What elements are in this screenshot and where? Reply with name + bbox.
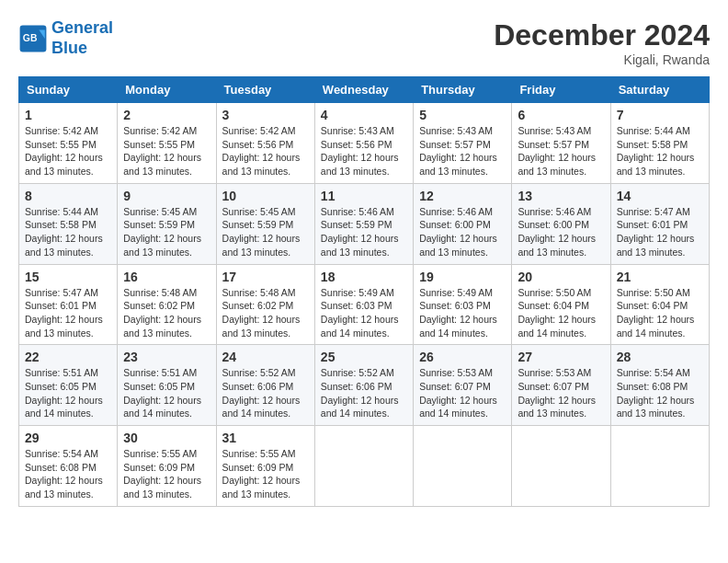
day-number: 29 <box>25 431 111 445</box>
day-info: Sunrise: 5:44 AM Sunset: 5:58 PM Dayligh… <box>617 124 703 178</box>
day-info: Sunrise: 5:53 AM Sunset: 6:07 PM Dayligh… <box>419 366 506 420</box>
day-number: 20 <box>518 270 604 284</box>
day-info: Sunrise: 5:49 AM Sunset: 6:03 PM Dayligh… <box>321 286 407 340</box>
svg-text:GB: GB <box>23 33 38 43</box>
title-block: December 2024 Kigali, Rwanda <box>494 18 710 67</box>
day-number: 4 <box>321 108 407 122</box>
day-number: 11 <box>321 189 407 203</box>
calendar-cell: 20 Sunrise: 5:50 AM Sunset: 6:04 PM Dayl… <box>512 264 610 345</box>
day-number: 27 <box>518 350 604 364</box>
day-info: Sunrise: 5:43 AM Sunset: 5:57 PM Dayligh… <box>419 124 506 178</box>
logo-icon: GB <box>18 24 48 53</box>
calendar-cell: 6 Sunrise: 5:43 AM Sunset: 5:57 PM Dayli… <box>512 103 610 184</box>
calendar-cell: 31 Sunrise: 5:55 AM Sunset: 6:09 PM Dayl… <box>216 426 314 507</box>
calendar-cell: 7 Sunrise: 5:44 AM Sunset: 5:58 PM Dayli… <box>610 103 709 184</box>
calendar-cell: 12 Sunrise: 5:46 AM Sunset: 6:00 PM Dayl… <box>414 183 512 264</box>
day-number: 13 <box>518 189 604 203</box>
calendar-week-1: 1 Sunrise: 5:42 AM Sunset: 5:55 PM Dayli… <box>19 103 710 184</box>
day-number: 18 <box>321 270 407 284</box>
calendar-cell: 8 Sunrise: 5:44 AM Sunset: 5:58 PM Dayli… <box>19 183 118 264</box>
day-info: Sunrise: 5:46 AM Sunset: 6:00 PM Dayligh… <box>518 205 604 259</box>
day-number: 24 <box>222 350 309 364</box>
day-info: Sunrise: 5:43 AM Sunset: 5:57 PM Dayligh… <box>518 124 604 178</box>
day-header-wednesday: Wednesday <box>314 77 413 103</box>
day-info: Sunrise: 5:44 AM Sunset: 5:58 PM Dayligh… <box>25 205 111 259</box>
day-info: Sunrise: 5:51 AM Sunset: 6:05 PM Dayligh… <box>123 366 210 420</box>
day-header-saturday: Saturday <box>610 77 709 103</box>
calendar-cell: 10 Sunrise: 5:45 AM Sunset: 5:59 PM Dayl… <box>216 183 314 264</box>
calendar-cell: 24 Sunrise: 5:52 AM Sunset: 6:06 PM Dayl… <box>216 345 314 426</box>
day-info: Sunrise: 5:50 AM Sunset: 6:04 PM Dayligh… <box>518 286 604 340</box>
calendar-cell: 29 Sunrise: 5:54 AM Sunset: 6:08 PM Dayl… <box>19 426 118 507</box>
day-info: Sunrise: 5:42 AM Sunset: 5:56 PM Dayligh… <box>222 124 309 178</box>
day-number: 31 <box>222 431 309 445</box>
day-number: 21 <box>617 270 703 284</box>
calendar-cell: 23 Sunrise: 5:51 AM Sunset: 6:05 PM Dayl… <box>118 345 216 426</box>
day-header-monday: Monday <box>118 77 216 103</box>
day-number: 10 <box>222 189 309 203</box>
day-number: 19 <box>419 270 506 284</box>
day-number: 22 <box>25 350 111 364</box>
calendar-week-5: 29 Sunrise: 5:54 AM Sunset: 6:08 PM Dayl… <box>19 426 710 507</box>
day-info: Sunrise: 5:46 AM Sunset: 6:00 PM Dayligh… <box>419 205 506 259</box>
calendar-cell: 18 Sunrise: 5:49 AM Sunset: 6:03 PM Dayl… <box>314 264 413 345</box>
day-header-friday: Friday <box>512 77 610 103</box>
day-info: Sunrise: 5:53 AM Sunset: 6:07 PM Dayligh… <box>518 366 604 420</box>
day-info: Sunrise: 5:47 AM Sunset: 6:01 PM Dayligh… <box>617 205 703 259</box>
calendar-cell: 25 Sunrise: 5:52 AM Sunset: 6:06 PM Dayl… <box>314 345 413 426</box>
calendar-cell: 26 Sunrise: 5:53 AM Sunset: 6:07 PM Dayl… <box>414 345 512 426</box>
calendar-cell: 5 Sunrise: 5:43 AM Sunset: 5:57 PM Dayli… <box>414 103 512 184</box>
day-info: Sunrise: 5:49 AM Sunset: 6:03 PM Dayligh… <box>419 286 506 340</box>
day-info: Sunrise: 5:48 AM Sunset: 6:02 PM Dayligh… <box>222 286 309 340</box>
day-number: 6 <box>518 108 604 122</box>
day-info: Sunrise: 5:48 AM Sunset: 6:02 PM Dayligh… <box>123 286 210 340</box>
calendar-cell: 1 Sunrise: 5:42 AM Sunset: 5:55 PM Dayli… <box>19 103 118 184</box>
calendar-cell: 30 Sunrise: 5:55 AM Sunset: 6:09 PM Dayl… <box>118 426 216 507</box>
calendar-cell: 16 Sunrise: 5:48 AM Sunset: 6:02 PM Dayl… <box>118 264 216 345</box>
day-info: Sunrise: 5:51 AM Sunset: 6:05 PM Dayligh… <box>25 366 111 420</box>
day-info: Sunrise: 5:54 AM Sunset: 6:08 PM Dayligh… <box>617 366 703 420</box>
day-number: 1 <box>25 108 111 122</box>
calendar-cell: 11 Sunrise: 5:46 AM Sunset: 5:59 PM Dayl… <box>314 183 413 264</box>
day-info: Sunrise: 5:42 AM Sunset: 5:55 PM Dayligh… <box>123 124 210 178</box>
calendar-cell: 2 Sunrise: 5:42 AM Sunset: 5:55 PM Dayli… <box>118 103 216 184</box>
calendar-cell: 13 Sunrise: 5:46 AM Sunset: 6:00 PM Dayl… <box>512 183 610 264</box>
day-info: Sunrise: 5:45 AM Sunset: 5:59 PM Dayligh… <box>222 205 309 259</box>
day-info: Sunrise: 5:54 AM Sunset: 6:08 PM Dayligh… <box>25 447 111 501</box>
day-number: 9 <box>123 189 210 203</box>
day-header-tuesday: Tuesday <box>216 77 314 103</box>
calendar-cell: 28 Sunrise: 5:54 AM Sunset: 6:08 PM Dayl… <box>610 345 709 426</box>
calendar-cell: 3 Sunrise: 5:42 AM Sunset: 5:56 PM Dayli… <box>216 103 314 184</box>
calendar-cell: 19 Sunrise: 5:49 AM Sunset: 6:03 PM Dayl… <box>414 264 512 345</box>
day-number: 2 <box>123 108 210 122</box>
calendar-week-2: 8 Sunrise: 5:44 AM Sunset: 5:58 PM Dayli… <box>19 183 710 264</box>
logo: GB GeneralBlue <box>18 18 113 58</box>
calendar-cell <box>610 426 709 507</box>
day-header-thursday: Thursday <box>414 77 512 103</box>
day-number: 12 <box>419 189 506 203</box>
calendar-cell: 9 Sunrise: 5:45 AM Sunset: 5:59 PM Dayli… <box>118 183 216 264</box>
calendar-week-4: 22 Sunrise: 5:51 AM Sunset: 6:05 PM Dayl… <box>19 345 710 426</box>
calendar-cell: 4 Sunrise: 5:43 AM Sunset: 5:56 PM Dayli… <box>314 103 413 184</box>
calendar-cell <box>414 426 512 507</box>
day-info: Sunrise: 5:52 AM Sunset: 6:06 PM Dayligh… <box>222 366 309 420</box>
day-info: Sunrise: 5:55 AM Sunset: 6:09 PM Dayligh… <box>222 447 309 501</box>
day-info: Sunrise: 5:55 AM Sunset: 6:09 PM Dayligh… <box>123 447 210 501</box>
location: Kigali, Rwanda <box>494 52 710 67</box>
day-number: 8 <box>25 189 111 203</box>
day-number: 28 <box>617 350 703 364</box>
day-number: 15 <box>25 270 111 284</box>
calendar-cell: 14 Sunrise: 5:47 AM Sunset: 6:01 PM Dayl… <box>610 183 709 264</box>
calendar-cell: 17 Sunrise: 5:48 AM Sunset: 6:02 PM Dayl… <box>216 264 314 345</box>
day-info: Sunrise: 5:50 AM Sunset: 6:04 PM Dayligh… <box>617 286 703 340</box>
calendar-header-row: SundayMondayTuesdayWednesdayThursdayFrid… <box>19 77 710 103</box>
day-number: 14 <box>617 189 703 203</box>
calendar-cell: 27 Sunrise: 5:53 AM Sunset: 6:07 PM Dayl… <box>512 345 610 426</box>
day-number: 7 <box>617 108 703 122</box>
month-title: December 2024 <box>494 18 710 52</box>
logo-text: GeneralBlue <box>51 18 113 58</box>
day-number: 30 <box>123 431 210 445</box>
day-number: 3 <box>222 108 309 122</box>
day-number: 5 <box>419 108 506 122</box>
calendar-week-3: 15 Sunrise: 5:47 AM Sunset: 6:01 PM Dayl… <box>19 264 710 345</box>
